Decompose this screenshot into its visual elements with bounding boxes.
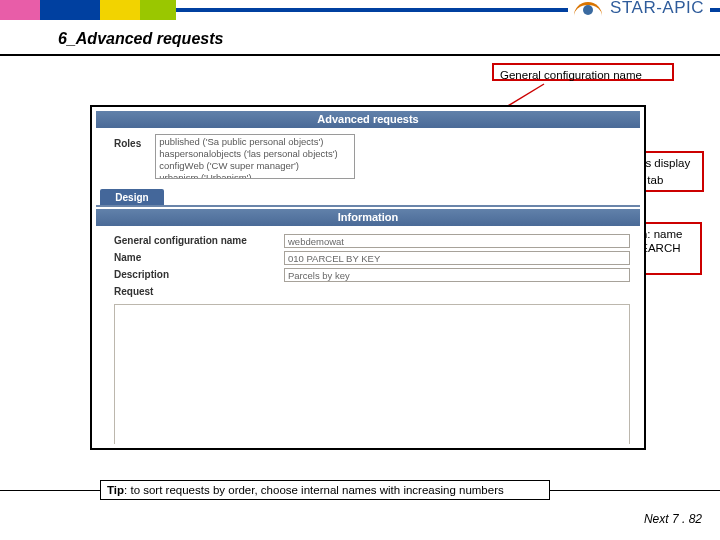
callout-bold: Tip [107, 484, 124, 496]
brand-text: STAR-APIC [610, 0, 704, 18]
callout-tip: Tip: to sort requests by order, choose i… [100, 480, 550, 500]
callout-general-config-name: General configuration name [492, 63, 674, 81]
callout-text: General configuration name [500, 69, 642, 81]
row-name: Name 010 PARCEL BY KEY [114, 249, 630, 266]
field-label: Request [114, 286, 274, 297]
information-bar: Information [96, 209, 640, 226]
list-item[interactable]: published ('Sa public personal objects') [159, 136, 351, 148]
field-label: General configuration name [114, 235, 274, 246]
roles-row: Roles published ('Sa public personal obj… [96, 128, 640, 189]
pager: Next 7 . 82 [644, 512, 702, 526]
callout-text: : to sort requests by order, choose inte… [124, 484, 504, 496]
field-label: Name [114, 252, 274, 263]
screenshot-frame: Advanced requests Roles published ('Sa p… [90, 105, 646, 450]
stripe-seg [140, 0, 176, 20]
panel-title-bar: Advanced requests [96, 111, 640, 128]
row-general-config-name: General configuration name webdemowat [114, 232, 630, 249]
row-description: Description Parcels by key [114, 266, 630, 283]
pager-page: 82 [689, 512, 702, 526]
stripe-seg [0, 0, 40, 20]
request-textarea[interactable] [114, 304, 630, 444]
description-input[interactable]: Parcels by key [284, 268, 630, 282]
list-item[interactable]: urbanism ('Urbanism') [159, 172, 351, 179]
title-underline [0, 54, 720, 56]
pager-next: Next 7 . [644, 512, 685, 526]
list-item[interactable]: configWeb ('CW super manager') [159, 160, 351, 172]
roles-label: Roles [114, 134, 141, 149]
app-panel: Advanced requests Roles published ('Sa p… [96, 111, 640, 444]
page-title: 6_Advanced requests [58, 30, 223, 48]
name-input[interactable]: 010 PARCEL BY KEY [284, 251, 630, 265]
roles-listbox[interactable]: published ('Sa public personal objects')… [155, 134, 355, 179]
list-item[interactable]: haspersonalobjects ('las personal object… [159, 148, 351, 160]
stripe-seg [100, 0, 140, 20]
row-request: Request [114, 283, 630, 300]
tab-strip: Design [96, 189, 640, 207]
tab-rule [96, 205, 640, 207]
form-area: General configuration name webdemowat Na… [96, 226, 640, 300]
general-config-name-input[interactable]: webdemowat [284, 234, 630, 248]
brand-logo: STAR-APIC [568, 0, 710, 18]
eye-icon [574, 0, 604, 18]
field-label: Description [114, 269, 274, 280]
stripe-seg [40, 0, 100, 20]
